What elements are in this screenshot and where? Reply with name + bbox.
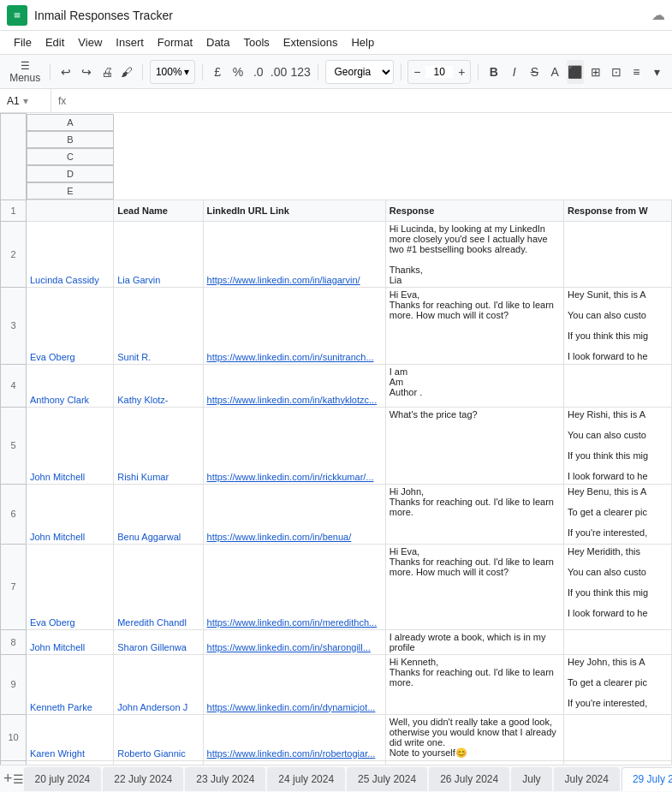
decimal-decrease-button[interactable]: .0: [250, 60, 267, 84]
cell-col-b[interactable]: Meredith Chandl: [114, 544, 203, 629]
cell-col-d[interactable]: I am Am Author .: [385, 364, 563, 407]
more-button[interactable]: ▾: [648, 60, 665, 84]
text-color-button[interactable]: A: [546, 60, 563, 84]
sheet-tab-7[interactable]: July 2024: [554, 767, 620, 791]
cell-col-d[interactable]: What's the price tag?: [385, 407, 563, 484]
currency-button[interactable]: £: [209, 60, 226, 84]
cell-col-d[interactable]: I already wrote a book, which is in my p…: [385, 629, 563, 654]
sheet-tab-8[interactable]: 29 July 2024▾: [621, 767, 672, 791]
cell-col-c[interactable]: https://www.linkedin.com/in/robertogiar.…: [203, 714, 385, 760]
cell-col-c[interactable]: https://www.linkedin.com/in/kathyklotzc.…: [203, 364, 385, 407]
cell-col-d[interactable]: Well, you didn't really take a good look…: [385, 714, 563, 760]
cell-col-b[interactable]: Sharon Gillenwa: [114, 629, 203, 654]
add-sheet-button[interactable]: +: [3, 767, 13, 791]
menu-extensions[interactable]: Extensions: [277, 33, 345, 52]
cell-col-e[interactable]: Hey John, this is A To get a clearer pic…: [564, 654, 672, 714]
cell-col-a[interactable]: Lucinda Cassidy: [27, 221, 114, 287]
cell-col-c[interactable]: https://www.linkedin.com/in/sunitranch..…: [203, 287, 385, 364]
bold-button[interactable]: B: [485, 60, 503, 84]
cell-col-c[interactable]: https://www.linkedin.com/in/leandroma...: [203, 760, 385, 765]
cell-col-b[interactable]: John Anderson J: [114, 654, 203, 714]
cell-col-b[interactable]: Benu Aggarwal: [114, 484, 203, 544]
cell-ref-dropdown[interactable]: ▾: [23, 95, 28, 107]
cell-col-b[interactable]: Sunit R.: [114, 287, 203, 364]
redo-button[interactable]: ↪: [78, 60, 95, 84]
merge-button[interactable]: ⊡: [608, 60, 625, 84]
col-b-header[interactable]: B: [27, 131, 114, 148]
menu-format[interactable]: Format: [151, 33, 199, 52]
font-size-increase[interactable]: +: [453, 60, 470, 84]
cell-col-e[interactable]: Hey Sunit, this is A You can also custo …: [564, 287, 672, 364]
zoom-selector[interactable]: 100% ▾: [150, 60, 195, 84]
menu-file[interactable]: File: [7, 33, 39, 52]
font-size-decrease[interactable]: −: [408, 60, 425, 84]
sheet-tab-6[interactable]: July: [511, 767, 551, 791]
spreadsheet-grid[interactable]: A B C D E 1Lead NameLinkedIn URL LinkRes…: [0, 113, 672, 765]
cell-col-a[interactable]: Kenneth Parke: [27, 654, 114, 714]
cell-col-e[interactable]: Response from W: [564, 199, 672, 221]
print-button[interactable]: 🖨: [98, 60, 116, 84]
sheet-tab-0[interactable]: 20 july 2024: [24, 767, 102, 791]
cell-col-d[interactable]: Response: [385, 199, 563, 221]
cell-col-b[interactable]: Rishi Kumar: [114, 407, 203, 484]
cell-col-b[interactable]: Kathy Klotz-: [114, 364, 203, 407]
cell-col-b[interactable]: Leandro Marqull: [114, 760, 203, 765]
cell-col-a[interactable]: [27, 199, 114, 221]
cell-col-e[interactable]: Hey Benu, this is A To get a clearer pic…: [564, 484, 672, 544]
cell-col-b[interactable]: Lead Name: [114, 199, 203, 221]
cell-col-a[interactable]: Eva Oberg: [27, 544, 114, 629]
sheet-menu-button[interactable]: ☰: [13, 767, 24, 791]
cell-col-e[interactable]: Hey Rishi, this is A You can also custo …: [564, 407, 672, 484]
cell-col-d[interactable]: What's the cost?: [385, 760, 563, 765]
cell-col-e[interactable]: [564, 714, 672, 760]
menus-button[interactable]: ☰ Menus: [7, 60, 43, 84]
percent-button[interactable]: %: [229, 60, 247, 84]
menu-data[interactable]: Data: [199, 33, 236, 52]
cell-col-d[interactable]: Hi Kenneth, Thanks for reaching out. I'd…: [385, 654, 563, 714]
cell-reference[interactable]: A1 ▾: [0, 89, 51, 112]
paint-format-button[interactable]: 🖌: [118, 60, 135, 84]
borders-button[interactable]: ⊞: [587, 60, 604, 84]
sheet-tab-4[interactable]: 25 July 2024: [347, 767, 427, 791]
cell-col-a[interactable]: Karen Wright: [27, 714, 114, 760]
menu-edit[interactable]: Edit: [39, 33, 71, 52]
cell-col-e[interactable]: Hey Meridith, this You can also custo If…: [564, 544, 672, 629]
cell-col-d[interactable]: Hi John, Thanks for reaching out. I'd li…: [385, 484, 563, 544]
cell-col-a[interactable]: Eva Oberg: [27, 287, 114, 364]
cell-col-a[interactable]: John Mitchell: [27, 629, 114, 654]
cell-col-a[interactable]: John Mitchell: [27, 760, 114, 765]
cell-col-d[interactable]: Hi Eva, Thanks for reaching out. I'd lik…: [385, 544, 563, 629]
align-button[interactable]: ≡: [627, 60, 645, 84]
cell-col-d[interactable]: Hi Lucinda, by looking at my LinkedIn mo…: [385, 221, 563, 287]
cell-col-c[interactable]: https://www.linkedin.com/in/sharongill..…: [203, 629, 385, 654]
number-format-button[interactable]: 123: [290, 60, 310, 84]
font-selector[interactable]: Georgia Arial: [325, 60, 394, 84]
decimal-increase-button[interactable]: .00: [271, 60, 288, 84]
menu-tools[interactable]: Tools: [236, 33, 276, 52]
cell-col-e[interactable]: [564, 221, 672, 287]
font-size-input[interactable]: [425, 66, 453, 78]
sheet-tab-2[interactable]: 23 July 2024: [185, 767, 265, 791]
cell-col-e[interactable]: Hey Leandro, this You can also custo If …: [564, 760, 672, 765]
cell-col-a[interactable]: John Mitchell: [27, 407, 114, 484]
cell-col-b[interactable]: Lia Garvin: [114, 221, 203, 287]
col-d-header[interactable]: D: [27, 165, 114, 182]
cell-col-c[interactable]: https://www.linkedin.com/in/liagarvin/: [203, 221, 385, 287]
highlight-button[interactable]: ⬛: [567, 60, 584, 84]
menu-insert[interactable]: Insert: [109, 33, 151, 52]
strikethrough-button[interactable]: S: [526, 60, 543, 84]
col-a-header[interactable]: A: [27, 114, 114, 131]
cell-col-c[interactable]: https://www.linkedin.com/in/meredithch..…: [203, 544, 385, 629]
sheet-tab-1[interactable]: 22 July 2024: [103, 767, 183, 791]
cell-col-a[interactable]: John Mitchell: [27, 484, 114, 544]
formula-input[interactable]: [73, 95, 672, 107]
italic-button[interactable]: I: [506, 60, 523, 84]
undo-button[interactable]: ↩: [57, 60, 74, 84]
cell-col-a[interactable]: Anthony Clark: [27, 364, 114, 407]
cell-col-d[interactable]: Hi Eva, Thanks for reaching out. I'd lik…: [385, 287, 563, 364]
cell-col-e[interactable]: [564, 364, 672, 407]
sheet-tab-5[interactable]: 26 July 2024: [429, 767, 509, 791]
cell-col-c[interactable]: https://www.linkedin.com/in/benua/: [203, 484, 385, 544]
sheet-tab-3[interactable]: 24 july 2024: [267, 767, 345, 791]
cell-col-e[interactable]: [564, 629, 672, 654]
